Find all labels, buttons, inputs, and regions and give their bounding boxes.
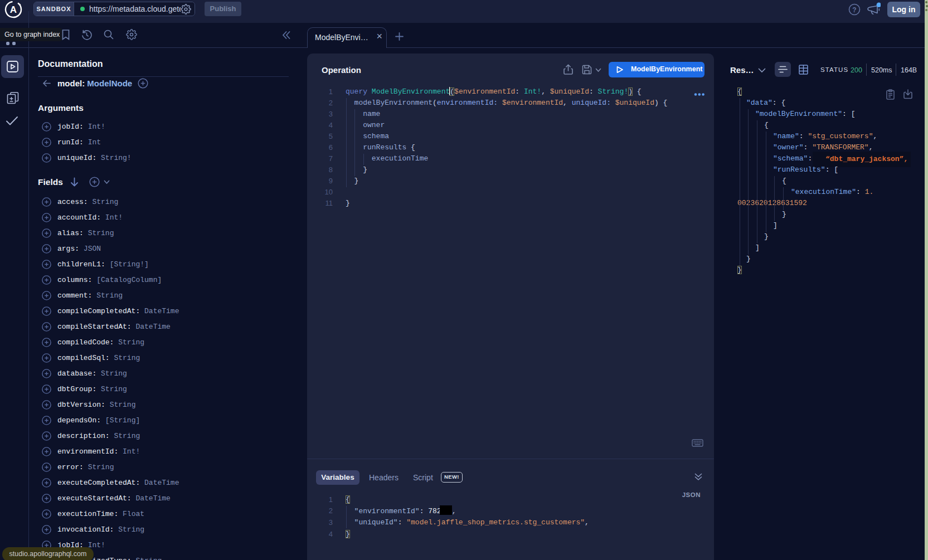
svg-text:?: ?: [852, 6, 856, 14]
svg-text:A: A: [10, 4, 17, 15]
